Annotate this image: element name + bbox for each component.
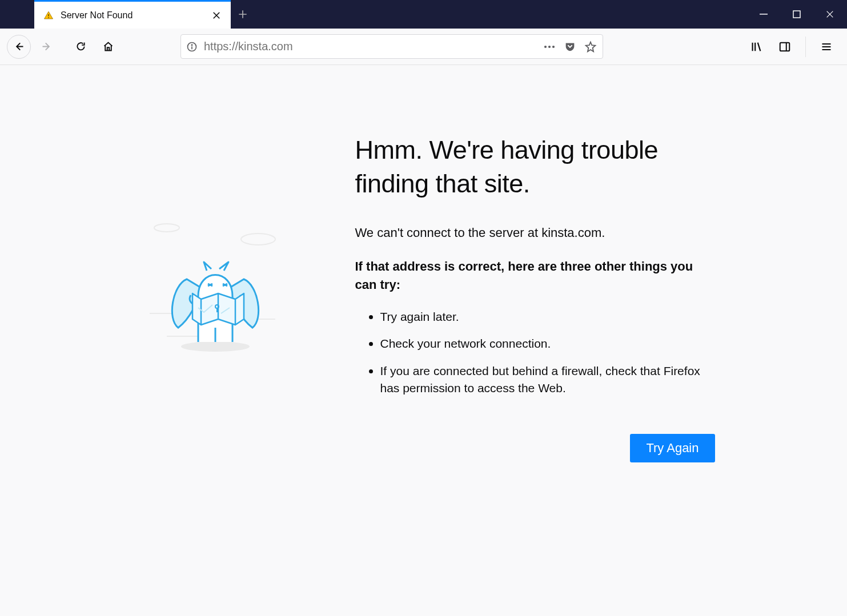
- window-close-button[interactable]: [818, 1, 841, 28]
- error-text-column: Hmm. We're having trouble finding that s…: [355, 134, 715, 462]
- toolbar-right: [745, 35, 840, 58]
- tabs-row: Server Not Found: [0, 0, 752, 29]
- try-again-button[interactable]: Try Again: [630, 434, 714, 462]
- navigation-toolbar: [0, 29, 847, 65]
- svg-point-7: [548, 45, 551, 47]
- new-tab-button[interactable]: [231, 0, 255, 29]
- close-tab-icon[interactable]: [211, 10, 222, 21]
- back-button[interactable]: [7, 35, 31, 59]
- window-controls: [752, 0, 847, 29]
- site-info-icon[interactable]: [186, 41, 198, 53]
- svg-point-12: [181, 341, 250, 352]
- svg-point-11: [241, 233, 275, 245]
- url-bar[interactable]: [180, 34, 603, 59]
- page-action-menu-icon[interactable]: [542, 39, 557, 54]
- url-input[interactable]: [204, 40, 536, 53]
- window-minimize-button[interactable]: [752, 1, 775, 28]
- page-content: Hmm. We're having trouble finding that s…: [0, 65, 847, 616]
- svg-point-8: [552, 45, 555, 47]
- error-page: Hmm. We're having trouble finding that s…: [95, 134, 752, 462]
- error-tips-list: Try again later. Check your network conn…: [355, 308, 715, 397]
- error-illustration: [144, 222, 292, 353]
- error-tip-item: Try again later.: [380, 308, 715, 325]
- svg-point-10: [154, 224, 179, 232]
- error-illustration-column: [133, 134, 321, 356]
- svg-rect-0: [48, 14, 49, 16]
- svg-rect-1: [48, 17, 49, 18]
- error-tip-item: Check your network connection.: [380, 335, 715, 352]
- tab-title: Server Not Found: [61, 10, 204, 21]
- warning-icon: [43, 10, 54, 21]
- active-tab[interactable]: Server Not Found: [34, 0, 231, 29]
- error-button-row: Try Again: [355, 434, 715, 462]
- error-tip-item: If you are connected but behind a firewa…: [380, 362, 715, 397]
- svg-rect-3: [793, 11, 800, 18]
- toolbar-divider: [805, 37, 806, 57]
- forward-button[interactable]: [34, 35, 58, 59]
- urlbar-actions: [542, 39, 598, 54]
- pocket-icon[interactable]: [563, 39, 577, 54]
- svg-point-6: [544, 45, 547, 47]
- bookmark-star-icon[interactable]: [583, 39, 598, 54]
- titlebar: Server Not Found: [0, 0, 847, 29]
- error-heading: Hmm. We're having trouble finding that s…: [355, 134, 715, 200]
- sidebar-icon[interactable]: [773, 35, 796, 58]
- svg-point-5: [191, 45, 192, 45]
- svg-rect-2: [760, 14, 768, 15]
- error-short-description: We can't connect to the server at kinsta…: [355, 226, 715, 240]
- hamburger-menu-icon[interactable]: [815, 35, 838, 58]
- svg-rect-9: [780, 42, 790, 51]
- library-icon[interactable]: [745, 35, 768, 58]
- error-long-description: If that address is correct, here are thr…: [355, 257, 715, 294]
- home-button[interactable]: [96, 35, 120, 59]
- reload-button[interactable]: [69, 35, 93, 59]
- window-maximize-button[interactable]: [785, 1, 808, 28]
